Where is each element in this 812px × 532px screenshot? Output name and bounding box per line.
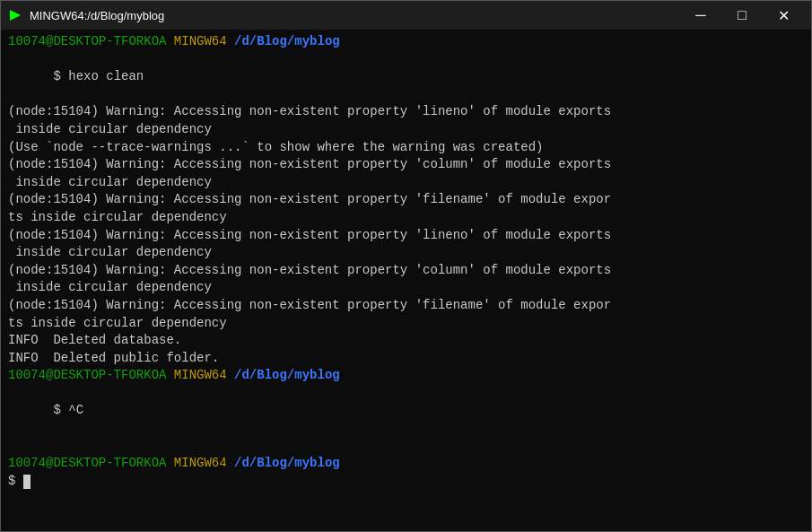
titlebar: MINGW64:/d/Blog/myblog ─ □ ✕ bbox=[1, 1, 811, 30]
terminal-body[interactable]: 10074@DESKTOP-TFORKOA MINGW64 /d/Blog/my… bbox=[1, 30, 811, 531]
blank-line bbox=[8, 438, 804, 456]
window-title: MINGW64:/d/Blog/myblog bbox=[30, 9, 680, 22]
path-2: /d/Blog/myblog bbox=[234, 367, 340, 385]
warning-line-8: (node:15104) Warning: Accessing non-exis… bbox=[8, 227, 804, 245]
username-3: 10074@DESKTOP-TFORKOA bbox=[8, 455, 166, 473]
warning-line-5: inside circular dependency bbox=[8, 174, 804, 192]
cursor-line: $ bbox=[8, 473, 804, 491]
prompt-line-1: 10074@DESKTOP-TFORKOA MINGW64 /d/Blog/my… bbox=[8, 33, 804, 51]
warning-line-13: ts inside circular dependency bbox=[8, 315, 804, 333]
bash-label-3: MINGW64 bbox=[174, 455, 227, 473]
warning-line-3: (Use `node --trace-warnings ...` to show… bbox=[8, 139, 804, 157]
warning-line-12: (node:15104) Warning: Accessing non-exis… bbox=[8, 297, 804, 315]
username-2: 10074@DESKTOP-TFORKOA bbox=[8, 367, 166, 385]
command-line-2: $ ^C bbox=[8, 385, 804, 438]
warning-line-9: inside circular dependency bbox=[8, 244, 804, 262]
maximize-button[interactable]: □ bbox=[721, 1, 763, 30]
info-line-1: INFO Deleted database. bbox=[8, 332, 804, 350]
prompt-line-2: 10074@DESKTOP-TFORKOA MINGW64 /d/Blog/my… bbox=[8, 367, 804, 385]
warning-line-10: (node:15104) Warning: Accessing non-exis… bbox=[8, 262, 804, 280]
warning-line-4: (node:15104) Warning: Accessing non-exis… bbox=[8, 156, 804, 174]
prompt-line-3: 10074@DESKTOP-TFORKOA MINGW64 /d/Blog/my… bbox=[8, 455, 804, 473]
bash-label-1: MINGW64 bbox=[174, 33, 227, 51]
minimize-button[interactable]: ─ bbox=[680, 1, 721, 30]
username-1: 10074@DESKTOP-TFORKOA bbox=[8, 33, 166, 51]
terminal-window: MINGW64:/d/Blog/myblog ─ □ ✕ 10074@DESKT… bbox=[0, 0, 812, 532]
close-button[interactable]: ✕ bbox=[763, 1, 804, 30]
window-controls: ─ □ ✕ bbox=[680, 1, 804, 30]
warning-line-11: inside circular dependency bbox=[8, 279, 804, 297]
path-1: /d/Blog/myblog bbox=[234, 33, 340, 51]
command-line-1: $ hexo clean bbox=[8, 51, 804, 104]
warning-line-2: inside circular dependency bbox=[8, 121, 804, 139]
window-icon bbox=[8, 8, 22, 22]
cursor bbox=[23, 475, 31, 489]
warning-line-7: ts inside circular dependency bbox=[8, 209, 804, 227]
warning-line-1: (node:15104) Warning: Accessing non-exis… bbox=[8, 103, 804, 121]
path-3: /d/Blog/myblog bbox=[234, 455, 340, 473]
info-line-2: INFO Deleted public folder. bbox=[8, 350, 804, 368]
bash-label-2: MINGW64 bbox=[174, 367, 227, 385]
warning-line-6: (node:15104) Warning: Accessing non-exis… bbox=[8, 191, 804, 209]
